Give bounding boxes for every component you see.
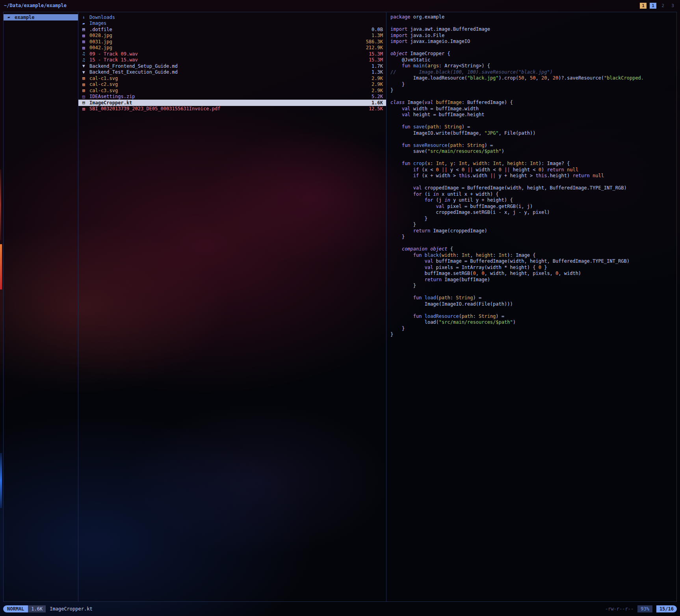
file-name: ImageCropper.kt	[89, 100, 368, 106]
wallpaper-blue-streak	[0, 453, 2, 508]
code-line: if (x < 0 || y < 0 || width < 0 || heigh…	[390, 167, 673, 173]
file-size: 15.3M	[369, 51, 383, 57]
code-line: ImageIO.write(buffImage, "JPG", File(pat…	[390, 130, 673, 137]
file-row[interactable]: ♫15 - Track 15.wav15.3M	[78, 57, 386, 63]
file-permissions: -rw-r--r--	[605, 606, 634, 612]
file-row[interactable]: ▧cal-c2.svg2.9K	[78, 82, 386, 88]
audio-file-icon: ♫	[82, 51, 89, 56]
file-name: IDEAsettings.zip	[89, 94, 368, 99]
file-name: 09 - Track 09.wav	[89, 51, 366, 57]
file-row[interactable]: ◫IDEAsettings.zip5.2K	[78, 94, 386, 100]
file-name: Downloads	[89, 15, 380, 20]
parent-list: ▰example	[4, 14, 78, 20]
zip-file-icon: ◫	[82, 94, 89, 99]
code-line: import java.awt.image.BufferedImage	[390, 26, 673, 33]
status-filename: ImageCropper.kt	[50, 606, 92, 612]
file-row[interactable]: ▥SBI_0032013739_2023_DE05_0003155631Invo…	[78, 106, 386, 112]
code-line	[390, 307, 673, 314]
tab-2[interactable]: 2	[660, 3, 666, 9]
parent-directory-row[interactable]: ▰example	[4, 14, 78, 20]
file-size: 5.2K	[372, 94, 383, 99]
file-size: 12.5K	[369, 106, 383, 111]
image-file-icon: ▨	[82, 33, 89, 38]
tab-3[interactable]: 3	[669, 3, 676, 9]
code-line: fun black(width: Int, height: Int): Imag…	[390, 252, 673, 259]
file-row[interactable]: ▧cal-c1.svg2.9K	[78, 75, 386, 82]
code-line: }	[390, 82, 673, 88]
file-row[interactable]: ▧cal-c3.svg2.9K	[78, 87, 386, 94]
file-row[interactable]: ▨0028.jpg1.3M	[78, 33, 386, 39]
file-size: 1.7K	[372, 63, 383, 69]
wallpaper-orange-streak	[0, 244, 2, 289]
file-size: 2.9K	[372, 76, 383, 81]
file-size: 0.0B	[372, 27, 383, 32]
file-row[interactable]: ▤ImageCropper.kt1.6K	[78, 100, 386, 106]
svg-file-icon: ▧	[82, 88, 89, 93]
code-line: // Image.black(100, 100).saveResource("b…	[390, 69, 673, 76]
code-line: return Image(croppedImage)	[390, 228, 673, 234]
file-row[interactable]: ▼Backend_Frontend_Setup_Guide.md1.7K	[78, 63, 386, 69]
file-name: SBI_0032013739_2023_DE05_0003155631Invoi…	[89, 106, 366, 111]
code-line	[390, 289, 673, 295]
file-size: 586.3K	[366, 39, 383, 45]
code-line: if (x + width > this.width || y + height…	[390, 173, 673, 179]
file-size: 212.9K	[366, 45, 383, 50]
file-size: 2.9K	[372, 82, 383, 87]
file-list: ↓Downloads▰Images▤.dotfile0.0B▨0028.jpg1…	[78, 14, 386, 112]
cursor-position-badge: 15/16	[656, 605, 677, 612]
kotlin-file-icon: ▤	[82, 100, 89, 105]
code-line	[390, 179, 673, 186]
markdown-file-icon: ▼	[82, 70, 89, 75]
mode-indicator: NORMAL	[3, 605, 28, 612]
code-line	[390, 94, 673, 100]
audio-file-icon: ♫	[82, 58, 89, 63]
code-line: }	[390, 222, 673, 228]
code-line: load("src/main/resources/$path")	[390, 319, 673, 326]
code-line: val croppedImage = BufferedImage(width, …	[390, 185, 673, 191]
status-bar: NORMAL 1.6K ImageCropper.kt -rw-r--r-- 9…	[3, 605, 677, 613]
code-preview: package org.example import java.awt.imag…	[390, 14, 673, 338]
code-line: Image.loadResource("black.jpg").crop(50,…	[390, 75, 673, 82]
svg-file-icon: ▧	[82, 76, 89, 81]
file-icon: ▤	[82, 27, 89, 32]
folder-icon: ▰	[7, 15, 15, 20]
code-line: }	[390, 283, 673, 289]
code-line: buffImage.setRGB(0, 0, width, height, pi…	[390, 271, 673, 277]
code-line: }	[390, 326, 673, 332]
code-line: val height = buffImage.height	[390, 112, 673, 118]
image-file-icon: ▨	[82, 45, 89, 50]
code-line: fun load(path: String) =	[390, 295, 673, 301]
file-row[interactable]: ▤.dotfile0.0B	[78, 26, 386, 33]
code-line: companion object {	[390, 246, 673, 252]
file-name: .dotfile	[89, 27, 368, 32]
file-name: cal-c2.svg	[89, 82, 368, 87]
code-line: val buffImage = BufferedImage(width, hei…	[390, 258, 673, 265]
parent-directory-pane: ▰example	[4, 12, 78, 601]
file-row[interactable]: ▰Images	[78, 20, 386, 27]
code-line: return Image(buffImage)	[390, 277, 673, 283]
code-line: fun save(path: String) =	[390, 124, 673, 130]
code-line: class Image(val buffImage: BufferedImage…	[390, 100, 673, 106]
markdown-file-icon: ▼	[82, 63, 89, 69]
code-line: import java.io.File	[390, 33, 673, 39]
file-preview-pane: package org.example import java.awt.imag…	[386, 12, 676, 601]
file-row[interactable]: ♫09 - Track 09.wav15.3M	[78, 51, 386, 57]
code-line: save("src/main/resources/$path")	[390, 148, 673, 155]
file-name: 0042.jpg	[89, 45, 363, 50]
file-name: 15 - Track 15.wav	[89, 57, 366, 63]
code-line: fun main(args: Array<String>) {	[390, 63, 673, 69]
code-line	[390, 155, 673, 161]
code-line: fun saveResource(path: String) =	[390, 143, 673, 149]
tab-1[interactable]: 1	[650, 3, 656, 9]
file-row[interactable]: ↓Downloads	[78, 14, 386, 20]
file-manager-panes: ▰example ↓Downloads▰Images▤.dotfile0.0B▨…	[3, 12, 677, 602]
file-size: 1.3K	[372, 69, 383, 75]
code-line	[390, 136, 673, 143]
file-name: Images	[89, 20, 380, 26]
code-line	[390, 20, 673, 27]
tab-1[interactable]: 1	[640, 3, 647, 9]
file-row[interactable]: ▨0031.jpg586.3K	[78, 39, 386, 45]
file-row[interactable]: ▼Backend_Test_Execution_Guide.md1.3K	[78, 69, 386, 76]
file-row[interactable]: ▨0042.jpg212.9K	[78, 45, 386, 51]
code-line: val width = buffImage.width	[390, 106, 673, 112]
